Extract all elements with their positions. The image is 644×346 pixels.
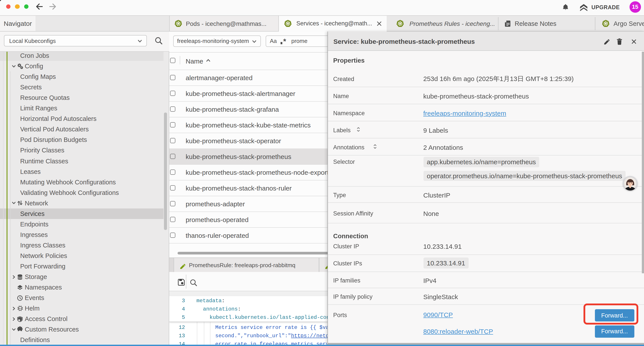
svg-text:HELM: HELM [18,308,22,309]
